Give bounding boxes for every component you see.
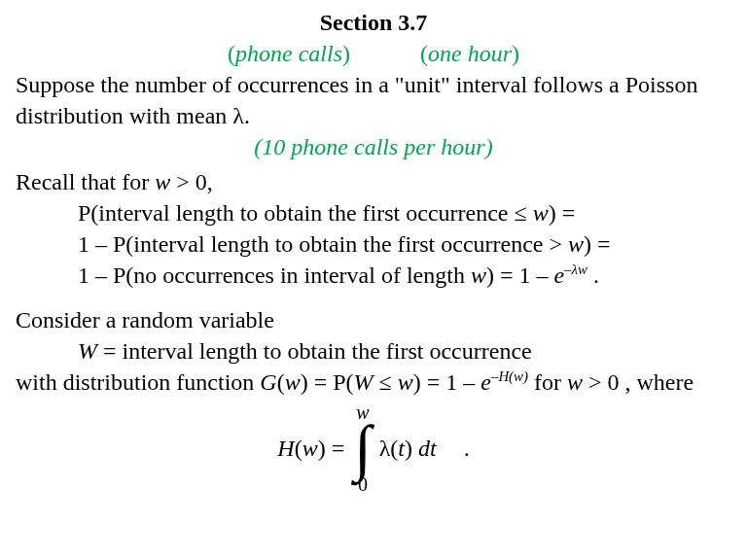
section-title: Section 3.7 bbox=[16, 8, 731, 37]
equation-period: . bbox=[464, 434, 470, 463]
annotation-line-1: (phone calls) (one hour) bbox=[16, 39, 731, 68]
integral-sign-icon: ∫ bbox=[354, 420, 372, 476]
document-page: Section 3.7 (phone calls) (one hour) Sup… bbox=[0, 0, 747, 494]
paragraph-1-line-1: Suppose the number of occurrences in a "… bbox=[16, 70, 731, 99]
consider-line: Consider a random variable bbox=[16, 305, 731, 334]
integrand: λ(t) dt bbox=[379, 434, 437, 463]
integral-equation: H(w) = w ∫ 0 λ(t) dt . bbox=[16, 402, 731, 494]
annotation-phone-calls: phone calls bbox=[235, 41, 342, 66]
distribution-line: with distribution function G(w) = P(W ≤ … bbox=[16, 368, 731, 397]
integral-lower-limit: 0 bbox=[358, 474, 368, 494]
prob-line-3: 1 – P(no occurrences in interval of leng… bbox=[16, 261, 731, 290]
annotation-one-hour: one hour bbox=[428, 41, 512, 66]
paragraph-1-line-2: distribution with mean λ. bbox=[16, 101, 731, 130]
w-definition: W = interval length to obtain the first … bbox=[16, 336, 731, 366]
annotation-line-2: (10 phone calls per hour) bbox=[16, 132, 731, 161]
prob-line-1: P(interval length to obtain the first oc… bbox=[16, 198, 731, 228]
recall-line: Recall that for w > 0, bbox=[16, 167, 731, 196]
prob-line-2: 1 – P(interval length to obtain the firs… bbox=[16, 229, 731, 259]
h-of-w-label: H(w) = bbox=[277, 434, 344, 463]
integral-expression: w ∫ 0 λ(t) dt bbox=[354, 402, 437, 494]
